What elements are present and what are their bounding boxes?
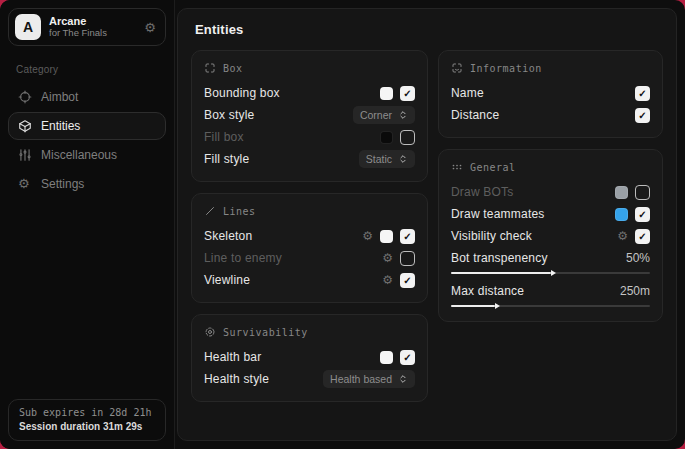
setting-label: Line to enemy: [204, 251, 282, 265]
app-window: A Arcane for The Finals ⚙ Category Aimbo…: [0, 0, 685, 449]
box-card: Box Bounding box ✓ Box style: [191, 50, 428, 182]
bot-transparency-slider[interactable]: [451, 272, 650, 274]
setting-label: Draw teammates: [451, 207, 545, 221]
scan-face-icon: [451, 62, 463, 74]
slider-value: 250m: [620, 284, 650, 298]
sidebar-item-settings[interactable]: ⚙ Settings: [8, 170, 166, 198]
sidebar-item-label: Miscellaneous: [41, 148, 117, 162]
setting-row-box-style: Box style Corner: [204, 104, 415, 126]
setting-label: Name: [451, 86, 484, 100]
color-swatch[interactable]: [615, 208, 628, 221]
setting-row-visibility-check: Visibility check ⚙ ✓: [451, 225, 650, 247]
card-title: General: [470, 162, 516, 173]
life-circle-icon: [204, 326, 216, 338]
box-select-icon: [204, 62, 216, 74]
checkbox-checked[interactable]: ✓: [635, 229, 650, 244]
chevrons-up-down-icon: [398, 154, 408, 164]
gear-icon[interactable]: ⚙: [617, 230, 628, 242]
color-swatch[interactable]: [380, 230, 393, 243]
dropdown-value: Static: [366, 153, 392, 165]
setting-row-fill-style: Fill style Static: [204, 148, 415, 170]
diagonal-line-icon: [204, 205, 216, 217]
survivability-card: Survivability Health bar ✓ Health style: [191, 314, 428, 402]
color-swatch[interactable]: [380, 131, 393, 144]
sidebar-item-aimbot[interactable]: Aimbot: [8, 83, 166, 111]
setting-label: Fill box: [204, 130, 244, 144]
app-name: Arcane: [49, 15, 107, 28]
session-duration-text: Session duration 31m 29s: [19, 421, 155, 432]
box-style-dropdown[interactable]: Corner: [353, 106, 415, 124]
setting-row-fill-box: Fill box: [204, 126, 415, 148]
page-title: Entities: [195, 22, 663, 37]
slider-value: 50%: [626, 251, 650, 265]
crosshair-icon: [18, 90, 32, 104]
brand-text: Arcane for The Finals: [49, 15, 107, 39]
sidebar-item-label: Settings: [41, 177, 84, 191]
chevrons-up-down-icon: [398, 374, 408, 384]
setting-row-line-to-enemy: Line to enemy ⚙: [204, 247, 415, 269]
checkbox-checked[interactable]: ✓: [635, 108, 650, 123]
setting-label: Bounding box: [204, 86, 280, 100]
setting-row-viewline: Viewline ⚙ ✓: [204, 269, 415, 291]
setting-label: Skeleton: [204, 229, 252, 243]
color-swatch[interactable]: [380, 351, 393, 364]
information-card: Information Name ✓ Distance ✓: [438, 50, 663, 138]
subscription-info: Sub expires in 28d 21h Session duration …: [8, 399, 166, 441]
brand-card: A Arcane for The Finals ⚙: [8, 8, 166, 46]
setting-label: Visibility check: [451, 229, 532, 243]
gear-icon[interactable]: ⚙: [362, 230, 373, 242]
checkbox-checked[interactable]: ✓: [635, 86, 650, 101]
brand-gear-icon[interactable]: ⚙: [144, 20, 156, 35]
card-title: Information: [470, 63, 542, 74]
color-swatch[interactable]: [615, 186, 628, 199]
sidebar: A Arcane for The Finals ⚙ Category Aimbo…: [0, 0, 175, 449]
slider-label: Bot transpenency: [451, 251, 548, 265]
checkbox-checked[interactable]: ✓: [400, 273, 415, 288]
sidebar-item-miscellaneous[interactable]: Miscellaneous: [8, 141, 166, 169]
setting-row-distance: Distance ✓: [451, 104, 650, 126]
app-subtitle: for The Finals: [49, 28, 107, 39]
grid-dots-icon: [451, 161, 463, 173]
lines-card: Lines Skeleton ⚙ ✓ Line to enemy: [191, 193, 428, 303]
setting-row-draw-bots: Draw BOTs: [451, 181, 650, 203]
setting-row-name: Name ✓: [451, 82, 650, 104]
sidebar-nav: Aimbot Entities: [8, 83, 166, 199]
setting-row-bounding-box: Bounding box ✓: [204, 82, 415, 104]
checkbox-checked[interactable]: ✓: [635, 207, 650, 222]
app-logo: A: [15, 14, 41, 40]
checkbox-checked[interactable]: ✓: [400, 350, 415, 365]
max-distance-slider-block: Max distance 250m: [451, 281, 650, 307]
sidebar-item-entities[interactable]: Entities: [8, 112, 166, 140]
sub-expiry-text: Sub expires in 28d 21h: [19, 407, 155, 418]
gear-icon[interactable]: ⚙: [382, 252, 393, 264]
setting-label: Health style: [204, 372, 269, 386]
content-panel: Entities Box: [177, 8, 677, 441]
card-title: Lines: [223, 206, 256, 217]
fill-style-dropdown[interactable]: Static: [359, 150, 415, 168]
setting-label: Health bar: [204, 350, 261, 364]
gear-icon: ⚙: [18, 177, 32, 191]
setting-label: Draw BOTs: [451, 185, 513, 199]
card-title: Box: [223, 63, 243, 74]
category-label: Category: [16, 64, 174, 75]
setting-label: Fill style: [204, 152, 249, 166]
checkbox-unchecked[interactable]: [400, 251, 415, 266]
card-title: Survivability: [223, 327, 308, 338]
checkbox-checked[interactable]: ✓: [400, 86, 415, 101]
checkbox-unchecked[interactable]: [400, 130, 415, 145]
chevrons-up-down-icon: [398, 110, 408, 120]
setting-label: Distance: [451, 108, 499, 122]
setting-row-skeleton: Skeleton ⚙ ✓: [204, 225, 415, 247]
main-area: Entities Box: [175, 0, 685, 449]
dropdown-value: Corner: [360, 109, 392, 121]
sliders-icon: [18, 148, 32, 162]
checkbox-checked[interactable]: ✓: [400, 229, 415, 244]
max-distance-slider[interactable]: [451, 305, 650, 307]
cube-icon: [18, 119, 32, 133]
color-swatch[interactable]: [380, 87, 393, 100]
gear-icon[interactable]: ⚙: [382, 274, 393, 286]
setting-label: Viewline: [204, 273, 250, 287]
health-style-dropdown[interactable]: Health based: [323, 370, 415, 388]
checkbox-unchecked[interactable]: [635, 185, 650, 200]
setting-label: Box style: [204, 108, 255, 122]
